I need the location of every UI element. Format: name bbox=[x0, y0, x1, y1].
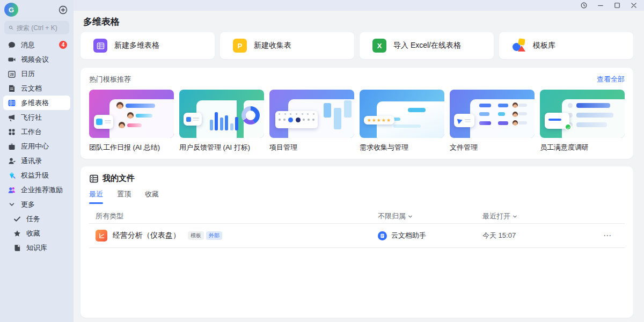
sidebar-item-label: 权益升级 bbox=[21, 171, 49, 180]
sidebar-item-docs[interactable]: 云文档 bbox=[3, 81, 70, 96]
decor-avatar bbox=[513, 112, 518, 117]
page-title: 多维表格 bbox=[83, 16, 120, 28]
filter-all-types[interactable]: 所有类型 bbox=[89, 211, 378, 221]
decor bbox=[576, 103, 610, 108]
search-box[interactable] bbox=[4, 21, 69, 34]
search-input[interactable] bbox=[17, 24, 65, 32]
decor bbox=[136, 114, 153, 118]
hot-templates-title: 热门模板推荐 bbox=[89, 75, 131, 84]
decor bbox=[479, 104, 491, 107]
decor bbox=[479, 121, 491, 125]
decor-bar bbox=[324, 103, 331, 118]
decor bbox=[576, 113, 614, 118]
sidebar-item-more[interactable]: 更多 bbox=[3, 197, 70, 211]
template-card-file-management[interactable]: 文件管理 bbox=[450, 90, 535, 152]
decor bbox=[126, 104, 155, 108]
my-files-panel: 我的文件 最近 置顶 收藏 所有类型 不限归属 最近打开 bbox=[80, 166, 633, 318]
decor bbox=[393, 118, 400, 121]
decor-avatar bbox=[513, 120, 518, 126]
action-label: 模板库 bbox=[533, 41, 555, 50]
check-icon bbox=[13, 215, 21, 223]
add-icon[interactable] bbox=[58, 5, 68, 14]
decor-bar bbox=[230, 123, 233, 130]
minimize-icon[interactable] bbox=[597, 2, 604, 9]
star-rating-icon bbox=[364, 116, 394, 125]
sidebar-item-label: 通讯录 bbox=[21, 156, 42, 166]
tab-favorites[interactable]: 收藏 bbox=[145, 189, 159, 204]
window-controls bbox=[580, 2, 638, 9]
chevron-down-icon bbox=[408, 214, 413, 219]
template-card-feedback[interactable]: 用户反馈管理 (AI 打标) bbox=[179, 90, 264, 152]
star-icon bbox=[13, 229, 21, 238]
template-card-satisfaction-survey[interactable]: 员工满意度调研 bbox=[540, 90, 625, 152]
decor-bar bbox=[235, 117, 238, 130]
filter-opened-dropdown[interactable]: 最近打开 bbox=[482, 211, 603, 221]
template-library-button[interactable]: 模板库 bbox=[499, 32, 633, 59]
sidebar-item-label: 多维表格 bbox=[21, 98, 49, 108]
template-library-icon bbox=[512, 39, 526, 53]
template-name: 项目管理 bbox=[269, 143, 354, 152]
file-row[interactable]: 经营分析（仪表盘） 模板 外部 云文档助手 今天 15:07 ⋯ bbox=[89, 224, 625, 247]
new-form-button[interactable]: P 新建收集表 bbox=[220, 32, 354, 59]
base-table-icon bbox=[8, 99, 16, 107]
base-new-icon bbox=[93, 39, 107, 53]
decor bbox=[498, 121, 508, 125]
my-files-tabs: 最近 置顶 收藏 bbox=[89, 189, 625, 204]
template-cards: 团队工作日报 (AI 总结) 用户反馈管理 (AI 打标) bbox=[89, 90, 625, 152]
sidebar-item-community[interactable]: 飞行社 bbox=[3, 110, 70, 125]
user-avatar[interactable]: G bbox=[4, 3, 18, 17]
tab-pinned[interactable]: 置顶 bbox=[117, 189, 131, 204]
referral-people-icon bbox=[8, 186, 16, 194]
template-card-project[interactable]: 项目管理 bbox=[269, 90, 354, 152]
more-actions-button[interactable]: ⋯ bbox=[603, 231, 625, 240]
template-card-daily-report[interactable]: 团队工作日报 (AI 总结) bbox=[89, 90, 174, 152]
sidebar-item-favorites[interactable]: 收藏 bbox=[3, 226, 70, 240]
filter-owner-dropdown[interactable]: 不限归属 bbox=[378, 211, 482, 221]
decor-bar bbox=[344, 100, 352, 118]
sidebar-item-contacts[interactable]: 通讯录 bbox=[3, 153, 70, 168]
action-label: 导入 Excel/在线表格 bbox=[393, 41, 461, 50]
maximize-icon[interactable] bbox=[613, 2, 621, 9]
filter-opened-label: 最近打开 bbox=[482, 211, 510, 221]
sidebar-item-video-meeting[interactable]: 视频会议 bbox=[3, 52, 70, 67]
import-excel-button[interactable]: X 导入 Excel/在线表格 bbox=[360, 32, 494, 59]
close-icon[interactable] bbox=[630, 2, 638, 9]
template-thumbnail bbox=[89, 90, 174, 138]
chevron-down-icon bbox=[513, 214, 517, 219]
quick-actions: 新建多维表格 P 新建收集表 X 导入 Excel/在线表格 模板库 bbox=[80, 32, 633, 59]
divider bbox=[89, 247, 625, 248]
sidebar-item-label: 更多 bbox=[21, 200, 35, 209]
decor-donut bbox=[241, 106, 260, 125]
titlebar bbox=[0, 0, 644, 11]
new-base-button[interactable]: 新建多维表格 bbox=[80, 32, 215, 59]
tab-recent[interactable]: 最近 bbox=[89, 189, 103, 204]
sidebar-item-referral[interactable]: 企业推荐激励 bbox=[3, 182, 70, 197]
template-name: 用户反馈管理 (AI 打标) bbox=[179, 143, 264, 152]
sidebar-item-app-center[interactable]: 应用中心 bbox=[3, 139, 70, 153]
sidebar-item-label: 工作台 bbox=[21, 127, 42, 137]
history-icon[interactable] bbox=[580, 2, 588, 9]
sidebar-item-base[interactable]: 多维表格 bbox=[3, 96, 70, 110]
sidebar-item-label: 应用中心 bbox=[21, 142, 49, 151]
template-thumbnail bbox=[269, 90, 354, 138]
decor bbox=[518, 104, 527, 107]
decor-avatar bbox=[116, 102, 123, 109]
action-label: 新建多维表格 bbox=[114, 41, 159, 50]
sidebar-item-messages[interactable]: 消息 4 bbox=[3, 38, 70, 52]
template-badge: 模板 bbox=[188, 231, 204, 240]
sidebar-item-calendar[interactable]: 28 日历 bbox=[3, 67, 70, 81]
search-icon bbox=[9, 24, 13, 31]
decor-badge bbox=[184, 113, 202, 126]
template-card-requirements[interactable]: 需求收集与管理 bbox=[360, 90, 444, 152]
sidebar-item-label: 视频会议 bbox=[21, 55, 49, 64]
sidebar-item-workplace[interactable]: 工作台 bbox=[3, 125, 70, 139]
sidebar-item-wiki[interactable]: 知识库 bbox=[3, 240, 70, 255]
action-label: 新建收集表 bbox=[254, 41, 291, 50]
sidebar-item-upgrade[interactable]: 权益升级 bbox=[3, 168, 70, 182]
view-all-link[interactable]: 查看全部 bbox=[597, 75, 625, 84]
form-new-icon: P bbox=[233, 39, 247, 53]
external-badge: 外部 bbox=[206, 231, 222, 240]
sidebar-item-tasks[interactable]: 任务 bbox=[3, 211, 70, 226]
last-opened-time: 今天 15:07 bbox=[482, 231, 603, 240]
main-content: 多维表格 新建多维表格 P 新建收集表 X 导入 Excel/在线表格 模板库 … bbox=[74, 11, 644, 322]
